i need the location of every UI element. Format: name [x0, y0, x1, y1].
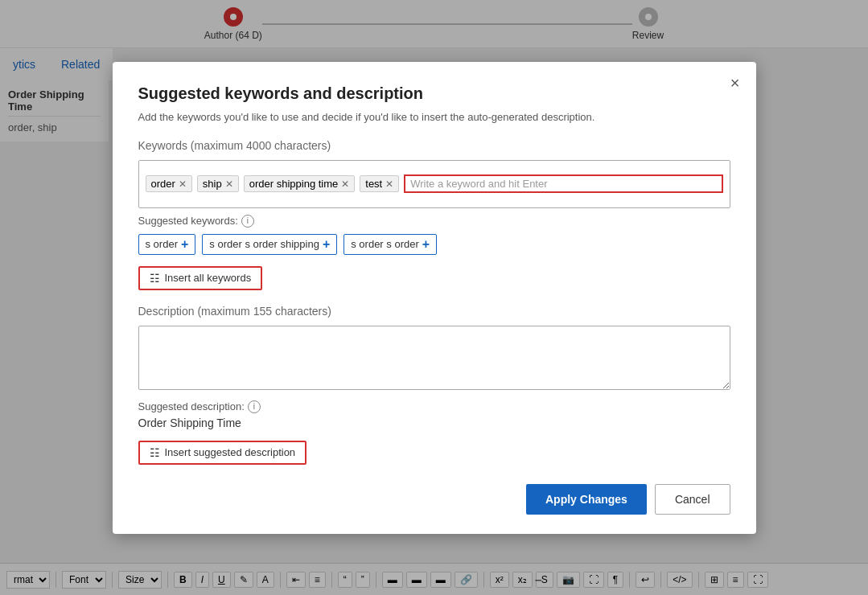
suggested-tag-label: s order s order shipping — [209, 238, 319, 250]
suggested-tag-s-order-order[interactable]: s order s order + — [343, 234, 437, 255]
modal-footer: Apply Changes Cancel — [138, 484, 730, 515]
keyword-tag-close-ship[interactable]: ✕ — [225, 178, 233, 190]
cancel-button[interactable]: Cancel — [655, 484, 730, 515]
insert-all-icon: ☷ — [150, 272, 160, 285]
suggested-tag-s-order-shipping[interactable]: s order s order shipping + — [202, 234, 337, 255]
keyword-tag-close-ost[interactable]: ✕ — [341, 178, 349, 190]
description-textarea[interactable] — [138, 326, 730, 390]
keyword-input-wrapper[interactable]: Write a keyword and hit Enter — [404, 174, 722, 193]
suggested-desc-info-icon[interactable]: i — [248, 400, 261, 413]
suggested-tag-label: s order — [146, 238, 178, 250]
modal-title: Suggested keywords and description — [138, 84, 730, 103]
insert-all-label: Insert all keywords — [165, 272, 252, 284]
add-s-order-icon[interactable]: + — [181, 237, 188, 252]
add-s-order-shipping-icon[interactable]: + — [323, 237, 330, 252]
modal-subtitle: Add the keywords you'd like to use and d… — [138, 111, 730, 123]
keyword-tag-label: order — [151, 178, 175, 190]
suggested-desc-text: Order Shipping Time — [138, 416, 730, 429]
keyword-input-placeholder: Write a keyword and hit Enter — [410, 178, 547, 190]
keyword-tag-close-order[interactable]: ✕ — [179, 178, 187, 190]
insert-suggested-description-button[interactable]: ☷ Insert suggested description — [138, 441, 307, 465]
insert-all-keywords-button[interactable]: ☷ Insert all keywords — [138, 266, 263, 290]
keyword-tag-order-shipping-time: order shipping time ✕ — [244, 175, 356, 192]
keywords-label: Keywords (maximum 4000 characters) — [138, 139, 730, 152]
keyword-tag-ship: ship ✕ — [197, 175, 239, 192]
close-button[interactable]: × — [730, 75, 740, 91]
keyword-tag-label: order shipping time — [249, 178, 339, 190]
keyword-tag-close-test[interactable]: ✕ — [385, 178, 393, 190]
suggested-tag-s-order[interactable]: s order + — [138, 234, 196, 255]
suggested-tags: s order + s order s order shipping + s o… — [138, 234, 730, 255]
keyword-tag-order: order ✕ — [146, 175, 192, 192]
suggested-keywords-label: Suggested keywords: i — [138, 215, 730, 228]
keyword-tag-label: ship — [203, 178, 222, 190]
keyword-tag-test: test ✕ — [360, 175, 399, 192]
keyword-tag-label: test — [365, 178, 382, 190]
keywords-container[interactable]: order ✕ ship ✕ order shipping time ✕ tes… — [138, 160, 730, 208]
suggested-info-icon[interactable]: i — [241, 215, 254, 228]
insert-suggested-label: Insert suggested description — [165, 446, 296, 458]
add-s-order-order-icon[interactable]: + — [422, 237, 430, 252]
modal: × Suggested keywords and description Add… — [113, 62, 756, 534]
suggested-desc-label: Suggested description: i — [138, 400, 730, 413]
description-label: Description (maximum 155 characters) — [138, 305, 730, 318]
suggested-tag-label: s order s order — [351, 238, 419, 250]
modal-overlay: × Suggested keywords and description Add… — [0, 0, 868, 595]
insert-desc-icon: ☷ — [150, 446, 160, 459]
apply-changes-button[interactable]: Apply Changes — [526, 484, 647, 515]
